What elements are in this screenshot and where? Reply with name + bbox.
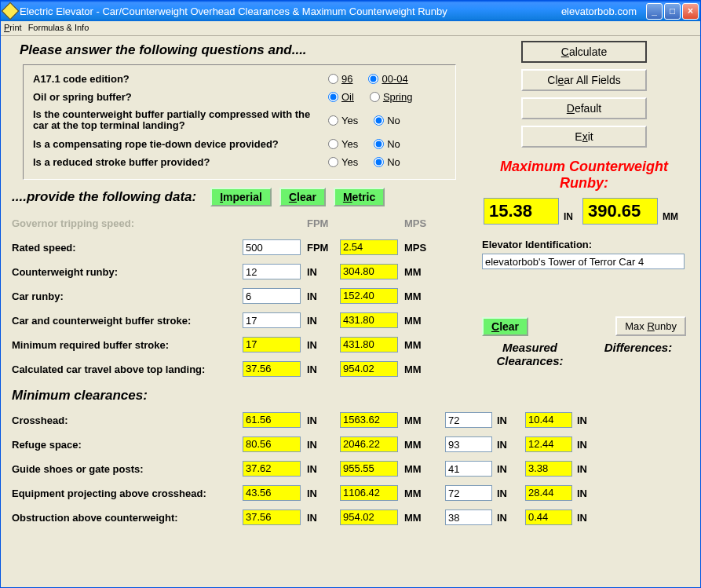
- calc-travel-label: Calculated car travel above top landing:: [12, 363, 243, 375]
- close-button[interactable]: ×: [682, 3, 699, 20]
- measured-header: Measured Clearances:: [479, 341, 581, 367]
- min-stroke-label: Minimum required buffer stroke:: [12, 339, 243, 351]
- equip-diff: 28.44: [525, 485, 572, 501]
- differences-header: Differences:: [587, 341, 689, 367]
- obstr-min-mm: 954.02: [340, 509, 398, 525]
- crosshead-label: Crosshead:: [12, 415, 243, 426]
- heading-min-clearances: Minimum clearances:: [12, 388, 692, 404]
- cw-runby-label: Counterweight runby:: [12, 266, 243, 278]
- buffer-stroke-label: Car and counterweight buffer stroke:: [12, 315, 243, 327]
- guide-min-in: 37.62: [243, 461, 301, 477]
- q3-opt-yes[interactable]: Yes: [328, 115, 358, 126]
- q1-opt-0004[interactable]: 00-04: [368, 73, 407, 85]
- car-runby-input[interactable]: [243, 288, 301, 304]
- calculate-button[interactable]: Calculate: [521, 41, 647, 63]
- equip-min-in: 43.56: [243, 485, 301, 501]
- imperial-button[interactable]: Imperial: [210, 188, 272, 206]
- refuge-min-in: 80.56: [243, 436, 301, 452]
- questions-group: A17.1 code edition? 96 00-04 Oil or spri…: [23, 64, 456, 180]
- q3-label: Is the counterweight buffer partially co…: [33, 109, 328, 132]
- q5-opt-yes[interactable]: Yes: [328, 156, 358, 168]
- refuge-meas-input[interactable]: [445, 436, 492, 452]
- cw-runby-output: 304.80: [340, 264, 398, 279]
- governor-label: Governor tripping speed:: [12, 217, 243, 229]
- max-runby-button[interactable]: Max Runby: [615, 316, 686, 336]
- brand-text: elevatorbob.com: [561, 5, 637, 17]
- min-stroke-mm: 431.80: [340, 337, 398, 352]
- default-button[interactable]: Default: [521, 97, 647, 119]
- q2-label: Oil or spring buffer?: [33, 91, 328, 103]
- crosshead-min-mm: 1563.62: [340, 412, 398, 428]
- clear-data-button[interactable]: Clear: [279, 188, 326, 206]
- obstr-diff: 0.44: [525, 509, 572, 525]
- q2-opt-oil[interactable]: Oil: [328, 91, 354, 103]
- guide-label: Guide shoes or gate posts:: [12, 463, 243, 475]
- crosshead-min-in: 61.56: [243, 412, 301, 428]
- max-runby-mm: 390.65: [582, 198, 658, 225]
- q1-opt-96[interactable]: 96: [328, 73, 352, 85]
- q4-label: Is a compensating rope tie-down device p…: [33, 138, 328, 150]
- car-runby-label: Car runby:: [12, 290, 243, 302]
- rated-unit2: MPS: [398, 242, 437, 254]
- app-window: Electric Elevator - Car/Counterweight Ov…: [0, 0, 701, 588]
- buffer-stroke-output: 431.80: [340, 312, 398, 328]
- rated-speed-output: 2.54: [340, 239, 398, 255]
- equip-label: Equipment projecting above crosshead:: [12, 488, 243, 499]
- metric-button[interactable]: Metric: [334, 188, 385, 206]
- equip-min-mm: 1106.42: [340, 485, 398, 501]
- maximize-button[interactable]: □: [664, 3, 681, 20]
- heading-provide: ....provide the following data:: [12, 189, 196, 205]
- q4-opt-yes[interactable]: Yes: [328, 138, 358, 150]
- calc-travel-in: 37.56: [243, 361, 301, 377]
- menu-formulas[interactable]: Formulas & Info: [28, 23, 89, 34]
- rated-speed-label: Rated speed:: [12, 242, 243, 254]
- q2-opt-spring[interactable]: Spring: [370, 91, 413, 103]
- exit-button[interactable]: Exit: [521, 126, 647, 148]
- crosshead-meas-input[interactable]: [445, 412, 492, 428]
- obstr-min-in: 37.56: [243, 509, 301, 525]
- obstr-meas-input[interactable]: [445, 509, 492, 525]
- refuge-label: Refuge space:: [12, 439, 243, 451]
- crosshead-diff: 10.44: [525, 412, 572, 428]
- q4-opt-no[interactable]: No: [374, 138, 400, 150]
- cw-runby-input[interactable]: [243, 264, 301, 279]
- q5-label: Is a reduced stroke buffer provided?: [33, 156, 328, 168]
- clear-meas-button[interactable]: Clear: [482, 317, 528, 336]
- q1-label: A17.1 code edition?: [33, 73, 328, 85]
- obstr-label: Obstruction above counterweight:: [12, 512, 243, 524]
- rated-speed-input[interactable]: [243, 239, 301, 255]
- guide-diff: 3.38: [525, 461, 572, 477]
- menubar: Print Formulas & Info: [1, 21, 700, 36]
- calc-travel-mm: 954.02: [340, 361, 398, 377]
- equip-meas-input[interactable]: [445, 485, 492, 501]
- refuge-min-mm: 2046.22: [340, 436, 398, 452]
- mps-header: MPS: [398, 217, 437, 229]
- max-runby-in: 15.38: [484, 198, 559, 225]
- right-panel: Calculate Clear All Fields Default Exit …: [479, 41, 689, 367]
- guide-min-mm: 955.55: [340, 461, 398, 477]
- window-title: Electric Elevator - Car/Counterweight Ov…: [20, 5, 561, 17]
- titlebar: Electric Elevator - Car/Counterweight Ov…: [1, 1, 700, 21]
- q5-opt-no[interactable]: No: [374, 156, 400, 168]
- car-runby-output: 152.40: [340, 288, 398, 304]
- buffer-stroke-input[interactable]: [243, 312, 301, 328]
- refuge-diff: 12.44: [525, 436, 572, 452]
- minimize-button[interactable]: _: [646, 3, 663, 20]
- app-icon: [2, 2, 20, 20]
- fpm-header: FPM: [301, 217, 340, 229]
- elev-id-input[interactable]: [482, 254, 685, 269]
- min-stroke-in: 17: [243, 337, 301, 352]
- q3-opt-no[interactable]: No: [374, 115, 400, 126]
- menu-print[interactable]: Print: [4, 23, 22, 34]
- rated-unit1: FPM: [301, 242, 340, 254]
- max-runby-title: Maximum Counterweight Runby:: [479, 159, 689, 192]
- clear-all-button[interactable]: Clear All Fields: [521, 69, 647, 91]
- guide-meas-input[interactable]: [445, 461, 492, 477]
- elev-id-label: Elevator Identification:: [482, 239, 689, 250]
